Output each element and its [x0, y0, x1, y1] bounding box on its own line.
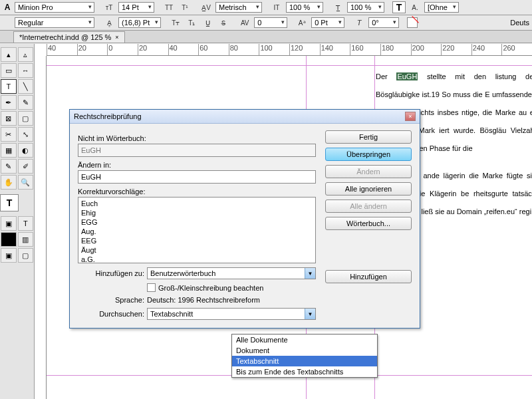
lang-value: Deutsch: 1996 Rechtschreibreform	[147, 296, 260, 304]
underline-icon[interactable]: U̲	[201, 17, 214, 29]
ruler-tick: 140	[320, 44, 350, 56]
change-to-input[interactable]	[78, 170, 316, 184]
apply-gradient-icon[interactable]: ▥	[18, 232, 34, 247]
font-family-dropdown[interactable]: Minion Pro	[15, 2, 94, 13]
hand-tool[interactable]: ✋	[1, 175, 17, 190]
dialog-close-button[interactable]: ×	[405, 112, 416, 121]
character-toolbar-row1: A Minion Pro тT 14 Pt TT T¹ A̲V Metrisch…	[0, 0, 532, 15]
search-option[interactable]: Bis zum Ende des Textabschnitts	[232, 366, 377, 377]
ruler-tick: 220	[441, 44, 471, 56]
skew-dropdown[interactable]: 0°	[368, 17, 399, 28]
page-tool[interactable]: ▭	[1, 63, 17, 78]
search-dropdown[interactable]: Textabschnitt▼	[147, 308, 316, 320]
gap-tool[interactable]: ↔	[18, 63, 34, 78]
apply-color-icon[interactable]	[1, 232, 17, 247]
suggestion-item[interactable]: Ehig	[80, 208, 314, 217]
rect-tool[interactable]: ▢	[18, 111, 34, 126]
add-to-label: Hinzufügen zu:	[78, 269, 144, 277]
tracking-dropdown[interactable]: 0	[254, 17, 287, 28]
type-tool[interactable]: T	[1, 79, 17, 94]
superscript-icon[interactable]: T¹	[178, 1, 192, 13]
hscale-dropdown[interactable]: 100 %	[347, 2, 384, 13]
scissors-tool[interactable]: ✂	[1, 127, 17, 142]
suggestions-list[interactable]: EuchEhigEGGAug.EEGÄugta.G.High	[78, 197, 316, 263]
document-tab[interactable]: *Internetrecht.indd @ 125 % ×	[13, 31, 125, 43]
suggestion-item[interactable]: Äugt	[80, 245, 314, 255]
guide-horizontal[interactable]	[47, 65, 532, 66]
change-all-button[interactable]: Alle ändern	[325, 200, 412, 213]
charstyle-dropdown[interactable]: [Ohne	[424, 2, 459, 13]
vscale-icon: IT	[270, 1, 283, 13]
suggestion-item[interactable]: a.G.	[80, 255, 314, 263]
line-tool[interactable]: ╲	[18, 79, 34, 94]
allcaps-icon[interactable]: TT	[162, 1, 176, 13]
direct-selection-tool[interactable]: ▵	[18, 47, 34, 62]
kerning-icon: A̲V	[200, 1, 213, 13]
char-format-icon[interactable]: A	[3, 2, 12, 13]
zoom-tool[interactable]: 🔍	[18, 175, 34, 190]
case-label: Groß-/Kleinschreibung beachten	[158, 284, 263, 292]
font-size-dropdown[interactable]: 14 Pt	[118, 2, 154, 13]
ruler-tick: 80	[229, 44, 259, 56]
view-mode-normal[interactable]: ▣	[1, 248, 17, 263]
baseline-dropdown[interactable]: 0 Pt	[311, 17, 344, 28]
vscale-dropdown[interactable]: 100 %	[286, 2, 323, 13]
add-button[interactable]: Hinzufügen	[325, 270, 412, 283]
suggestion-item[interactable]: EEG	[80, 236, 314, 245]
not-in-dict-field: EuGH	[78, 144, 316, 157]
eyedropper-tool[interactable]: ✐	[18, 159, 34, 174]
leading-dropdown[interactable]: (16,8) Pt	[118, 17, 161, 28]
dictionary-button[interactable]: Wörterbuch...	[325, 217, 412, 230]
language-label: Deuts	[510, 19, 529, 27]
view-mode-preview[interactable]: ▢	[18, 248, 34, 263]
baseline-shift-icon: Aᵃ	[295, 17, 309, 29]
stroke-swatch[interactable]	[407, 17, 418, 28]
add-to-dropdown[interactable]: Benutzerwörterbuch▼	[147, 267, 316, 279]
ruler-tick: 40	[168, 44, 199, 56]
search-option[interactable]: Textabschnitt	[232, 356, 377, 366]
note-tool[interactable]: ✎	[1, 159, 17, 174]
ruler-tick: 260	[501, 44, 532, 56]
subscript-icon[interactable]: T₁	[185, 17, 198, 29]
strike-icon[interactable]: S̶	[217, 17, 230, 29]
tab-close-icon[interactable]: ×	[115, 34, 118, 41]
gradient-feather-tool[interactable]: ◐	[18, 143, 34, 158]
formatting-container-icon[interactable]: ▣	[1, 216, 17, 231]
ruler-tick: 0	[107, 44, 138, 56]
document-tab-label: *Internetrecht.indd @ 125 %	[19, 33, 111, 41]
highlighted-word: EuGH	[396, 72, 418, 80]
pencil-tool[interactable]: ✎	[18, 95, 34, 110]
tab-gripper[interactable]	[1, 31, 13, 43]
font-style-dropdown[interactable]: Regular	[15, 17, 94, 28]
suggestion-item[interactable]: EGG	[80, 217, 314, 227]
font-size-icon: тT	[102, 1, 116, 13]
charstyle-icon: A.	[408, 1, 422, 13]
formatting-text-icon[interactable]: T	[18, 216, 34, 231]
kerning-dropdown[interactable]: Metrisch	[215, 2, 262, 13]
skip-button[interactable]: Überspringen	[325, 148, 412, 161]
change-button[interactable]: Ändern	[325, 165, 412, 178]
transform-tool[interactable]: ⤡	[18, 127, 34, 142]
smallcaps-icon[interactable]: Tᴛ	[169, 17, 182, 29]
rect-frame-tool[interactable]: ⊠	[1, 111, 17, 126]
change-to-label: Ändern in:	[78, 161, 316, 169]
search-dropdown-popup[interactable]: Alle DokumenteDokumentTextabschnittBis z…	[231, 334, 378, 378]
done-button[interactable]: Fertig	[325, 130, 412, 144]
gradient-tool[interactable]: ▦	[1, 143, 17, 158]
document-tabbar: *Internetrecht.indd @ 125 % ×	[0, 31, 532, 43]
dialog-titlebar[interactable]: Rechtschreibprüfung ×	[70, 110, 420, 124]
case-checkbox[interactable]	[147, 283, 156, 292]
ignore-all-button[interactable]: Alle ignorieren	[325, 182, 412, 196]
suggestion-item[interactable]: Aug.	[80, 227, 314, 236]
ruler-tick: 160	[350, 44, 380, 56]
suggestion-item[interactable]: Euch	[80, 199, 314, 208]
selection-tool[interactable]: ▴	[1, 47, 17, 62]
fill-stroke-proxy[interactable]: T	[0, 194, 19, 211]
ruler-tick: 240	[471, 44, 502, 56]
fill-swatch[interactable]: T	[392, 1, 406, 13]
ruler-tick: 180	[380, 44, 411, 56]
search-option[interactable]: Alle Dokumente	[232, 334, 377, 345]
search-option[interactable]: Dokument	[232, 345, 377, 356]
ruler-tick: 120	[289, 44, 320, 56]
pen-tool[interactable]: ✒	[1, 95, 17, 110]
